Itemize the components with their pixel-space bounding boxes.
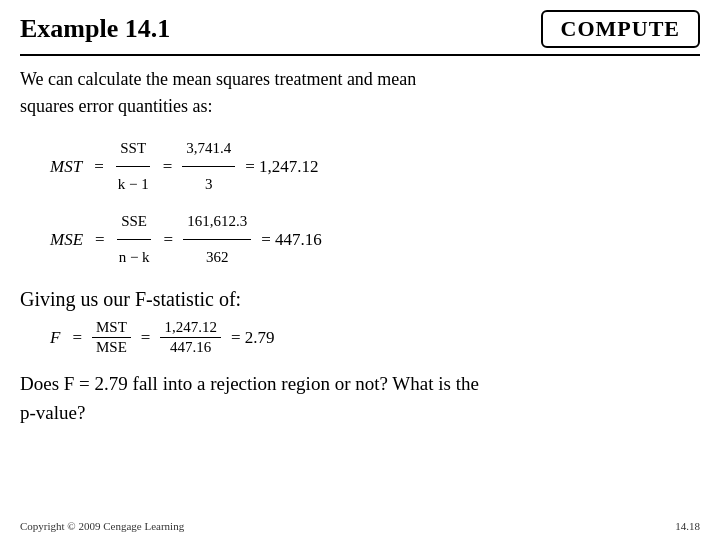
mse-result: = 447.16 — [261, 221, 322, 258]
intro-line1: We can calculate the mean squares treatm… — [20, 69, 416, 89]
footer: Copyright © 2009 Cengage Learning 14.18 — [20, 520, 700, 532]
f-frac1: MST MSE — [92, 319, 131, 356]
f-frac2-num: 1,247.12 — [160, 319, 221, 338]
formula-block: MST = SST k − 1 = 3,741.4 3 = 1,247.12 M… — [50, 132, 700, 274]
question-line2: p-value? — [20, 402, 85, 423]
page-number: 14.18 — [675, 520, 700, 532]
mse-frac2-num: 161,612.3 — [183, 205, 251, 240]
question-text: Does F = 2.79 fall into a rejection regi… — [20, 370, 700, 427]
question-line1: Does F = 2.79 fall into a rejection regi… — [20, 373, 479, 394]
f-label: F — [50, 328, 60, 348]
f-frac2: 1,247.12 447.16 — [160, 319, 221, 356]
f-frac1-num: MST — [92, 319, 131, 338]
mse-frac1-den: n − k — [115, 240, 154, 274]
mst-label: MST — [50, 148, 82, 185]
mse-frac2: 161,612.3 362 — [183, 205, 251, 274]
f-formula-block: F = MST MSE = 1,247.12 447.16 = 2.79 — [50, 319, 700, 356]
header-row: Example 14.1 COMPUTE — [20, 10, 700, 56]
example-title: Example 14.1 — [20, 14, 170, 44]
mst-result: = 1,247.12 — [245, 148, 318, 185]
page-container: Example 14.1 COMPUTE We can calculate th… — [0, 0, 720, 540]
mse-label: MSE — [50, 221, 83, 258]
intro-line2: squares error quantities as: — [20, 96, 212, 116]
mst-formula-line: MST = SST k − 1 = 3,741.4 3 = 1,247.12 — [50, 132, 700, 201]
f-result: = 2.79 — [231, 328, 275, 348]
f-frac2-den: 447.16 — [166, 338, 215, 356]
f-formula-line: F = MST MSE = 1,247.12 447.16 = 2.79 — [50, 319, 700, 356]
mst-frac2: 3,741.4 3 — [182, 132, 235, 201]
mse-frac1-num: SSE — [117, 205, 151, 240]
copyright: Copyright © 2009 Cengage Learning — [20, 520, 184, 532]
mst-frac1-num: SST — [116, 132, 150, 167]
mst-frac1: SST k − 1 — [114, 132, 153, 201]
mse-frac1: SSE n − k — [115, 205, 154, 274]
compute-badge: COMPUTE — [541, 10, 700, 48]
mse-frac2-den: 362 — [202, 240, 233, 274]
giving-text: Giving us our F-statistic of: — [20, 288, 700, 311]
mst-frac1-den: k − 1 — [114, 167, 153, 201]
mst-frac2-num: 3,741.4 — [182, 132, 235, 167]
mst-frac2-den: 3 — [201, 167, 217, 201]
intro-text: We can calculate the mean squares treatm… — [20, 66, 700, 120]
f-frac1-den: MSE — [92, 338, 131, 356]
mse-formula-line: MSE = SSE n − k = 161,612.3 362 = 447.16 — [50, 205, 700, 274]
